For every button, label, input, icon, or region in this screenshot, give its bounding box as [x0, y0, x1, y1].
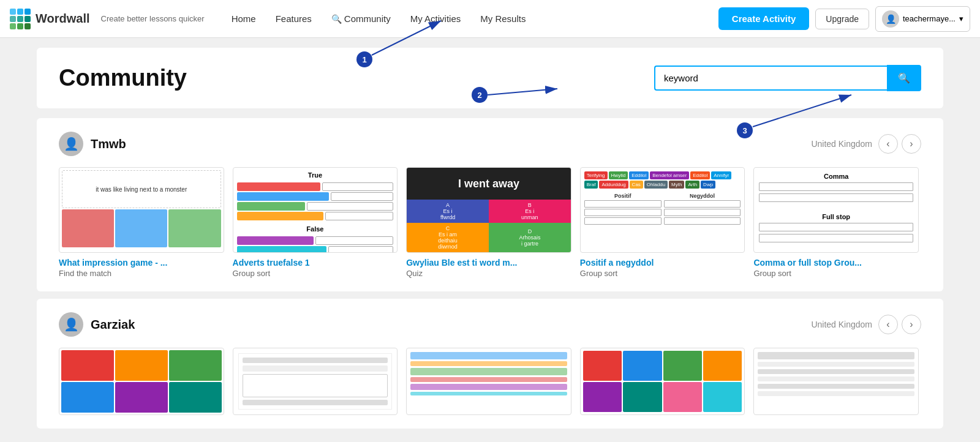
search-input[interactable]: [654, 66, 887, 91]
garziak-prev-arrow[interactable]: ‹: [878, 315, 898, 334]
nav-my-activities[interactable]: My Activities: [402, 10, 470, 28]
search-icon: 🔍: [331, 14, 342, 24]
create-activity-button[interactable]: Create Activity: [718, 7, 810, 30]
thumb-what-impression: it was like living next to a monster: [59, 167, 224, 253]
tmwb-user-info: 👤 Tmwb: [59, 132, 126, 156]
search-container: 🔍: [654, 65, 921, 91]
user-section-tmwb: 👤 Tmwb United Kingdom ‹ › i: [37, 118, 943, 291]
card-title-truefalse: Adverts truefalse 1: [233, 258, 398, 268]
tmwb-header: 👤 Tmwb United Kingdom ‹ ›: [59, 132, 921, 156]
nav-my-results[interactable]: My Results: [472, 10, 534, 28]
thumb-truefalse: True: [233, 167, 398, 253]
username-label: teachermaye...: [903, 14, 956, 23]
logo[interactable]: Wordwall: [10, 9, 90, 29]
tagline: Create better lessons quicker: [101, 14, 205, 23]
nav-features[interactable]: Features: [267, 10, 320, 28]
card-title-positif: Positif a negyddol: [580, 258, 745, 268]
card-comma[interactable]: Comma Full stop Comma or full stop Grou.…: [753, 167, 919, 278]
garziak-header: 👤 Garziak United Kingdom ‹ ›: [59, 312, 921, 337]
card-type-positif: Group sort: [580, 269, 745, 278]
thumb-quiz: I went away AEs iffwrdd BEs iunman CEs i…: [406, 167, 571, 253]
thumb-positif: Terifying Hwylld Eddilol Bendefol amser …: [580, 167, 745, 253]
garziak-card-2[interactable]: [233, 348, 398, 415]
card-title-impression: What impression game - ...: [59, 258, 224, 268]
tmwb-name: Tmwb: [91, 137, 126, 151]
tmwb-cards-row: it was like living next to a monster: [59, 167, 921, 278]
quiz-question: I went away: [407, 168, 571, 200]
card-type-quiz: Quiz: [406, 269, 571, 278]
community-header: Community 🔍: [37, 48, 943, 108]
logo-grid: [10, 9, 31, 29]
tmwb-nav-arrows: ‹ ›: [878, 134, 921, 154]
chevron-down-icon: ▾: [959, 14, 963, 23]
search-button[interactable]: 🔍: [887, 65, 921, 91]
garziak-next-arrow[interactable]: ›: [902, 315, 921, 334]
tmwb-prev-arrow[interactable]: ‹: [878, 134, 898, 154]
nav-home[interactable]: Home: [223, 10, 265, 28]
nav-links: Home Features 🔍 Community My Activities …: [223, 10, 718, 28]
user-menu[interactable]: 👤 teachermaye... ▾: [875, 6, 970, 32]
garziak-card-4[interactable]: [580, 348, 745, 415]
thumb-comma: Comma Full stop: [753, 167, 919, 253]
card-adverts-truefalse[interactable]: True: [233, 167, 398, 278]
avatar: 👤: [882, 10, 899, 28]
page-title: Community: [59, 65, 187, 91]
garziak-avatar: 👤: [59, 312, 83, 337]
upgrade-button[interactable]: Upgrade: [815, 9, 869, 29]
garziak-country: United Kingdom ‹ ›: [811, 315, 921, 334]
garziak-card-3[interactable]: [406, 348, 571, 415]
card-title-quiz: Gwyliau Ble est ti word m...: [406, 258, 571, 268]
main-content: Community 🔍 👤 Tmwb Un: [24, 48, 956, 429]
tmwb-country: United Kingdom ‹ ›: [811, 134, 921, 154]
card-quiz[interactable]: I went away AEs iffwrdd BEs iunman CEs i…: [406, 167, 571, 278]
garziak-user-info: 👤 Garziak: [59, 312, 135, 337]
garziak-card-1[interactable]: [59, 348, 224, 415]
tmwb-next-arrow[interactable]: ›: [902, 134, 921, 154]
card-type-impression: Find the match: [59, 269, 224, 278]
card-what-impression[interactable]: it was like living next to a monster: [59, 167, 224, 278]
search-icon: 🔍: [898, 73, 910, 83]
garziak-cards-row: [59, 348, 921, 415]
nav-community[interactable]: 🔍 Community: [323, 10, 399, 28]
tmwb-avatar: 👤: [59, 132, 83, 156]
card-type-truefalse: Group sort: [233, 269, 398, 278]
card-title-comma: Comma or full stop Grou...: [753, 258, 919, 268]
card-type-comma: Group sort: [753, 269, 919, 278]
user-section-garziak: 👤 Garziak United Kingdom ‹ ›: [37, 299, 943, 429]
navbar: Wordwall Create better lessons quicker H…: [0, 0, 980, 38]
garziak-name: Garziak: [91, 318, 135, 332]
brand-name: Wordwall: [36, 12, 90, 26]
garziak-nav-arrows: ‹ ›: [878, 315, 921, 334]
garziak-card-5[interactable]: [753, 348, 919, 415]
card-positif[interactable]: Terifying Hwylld Eddilol Bendefol amser …: [580, 167, 745, 278]
